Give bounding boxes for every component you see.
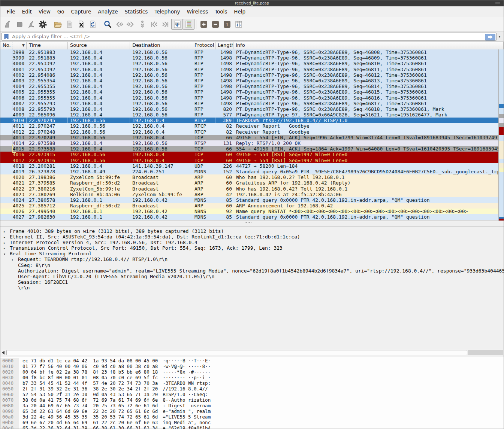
menu-capture[interactable]: Capture <box>68 7 95 16</box>
hex-row[interactable]: 0040b7 33 54 45 41 52 44 4f 57 4e 20 72 … <box>0 380 504 386</box>
packet-row-4005[interactable]: 400522.955355192.168.0.4192.168.0.56RTP1… <box>0 89 498 95</box>
packet-row-4012[interactable]: 401222.970248192.168.0.56192.168.0.4RTCP… <box>0 129 498 135</box>
restart-capture-icon[interactable] <box>25 19 37 30</box>
packet-row-4022[interactable]: 402227.380216ZyxelCom_5b:99:feBroadcastA… <box>0 186 498 192</box>
scrollbar-thumb[interactable] <box>6 350 467 355</box>
menu-help[interactable]: Help <box>230 7 249 16</box>
find-packet-icon[interactable] <box>102 19 113 30</box>
detail-line[interactable]: ▸Request: TEARDOWN rtsp://192.168.0.4// … <box>0 256 504 262</box>
packet-row-4019[interactable]: 401926.323878192.168.0.49224.0.0.251MDNS… <box>0 169 498 174</box>
packet-row-4023[interactable]: 402327.380269BelkinIn_8b:4a:06ZyxelCom_5… <box>0 192 498 197</box>
menu-telephony[interactable]: Telephony <box>151 7 183 16</box>
column-header-source[interactable]: Source <box>68 42 130 49</box>
hex-row[interactable]: 00a03d 22 4c 49 56 45 35 35 35 20 53 74 … <box>0 414 504 420</box>
packet-row-4021[interactable]: 402127.379585Raspberr_df:50:d2BroadcastA… <box>0 180 498 186</box>
detail-line[interactable]: Authorization: Digest username="admin", … <box>0 268 504 274</box>
packet-row-4003[interactable]: 400322.955354192.168.0.4192.168.0.56RTP1… <box>0 78 498 83</box>
column-header-info[interactable]: Info <box>233 42 504 49</box>
go-last-packet-icon[interactable] <box>160 19 171 30</box>
packet-row-4025[interactable]: 402527.385712Raspberr_df:50:d2BroadcastA… <box>0 203 498 209</box>
menu-view[interactable]: View <box>35 7 54 16</box>
packet-row-4009[interactable]: 400922.965096192.168.0.4192.168.0.56RTP5… <box>0 112 498 118</box>
detail-line[interactable]: ▸Frame 4010: 389 bytes on wire (3112 bit… <box>0 228 504 234</box>
detail-line[interactable]: Session: 16F28EC1 <box>0 279 504 285</box>
hex-row[interactable]: 002000 04 bf fe 02 2a 38 78 8f 23 f8 b5 … <box>0 369 504 375</box>
open-file-icon[interactable] <box>52 19 63 30</box>
packet-row-4000[interactable]: 400022.953392192.168.0.4192.168.0.56RTP1… <box>0 61 498 66</box>
close-file-icon[interactable] <box>75 19 87 30</box>
filter-dropdown-caret[interactable]: ▾ <box>497 34 503 39</box>
apply-filter-button[interactable] <box>485 34 495 40</box>
chevron-right-icon[interactable]: ▸ <box>3 229 10 234</box>
packet-row-4016[interactable]: 401622.973915192.168.0.56192.168.0.4TCP6… <box>0 152 498 157</box>
resize-columns-icon[interactable] <box>233 19 244 30</box>
packet-row-4011[interactable]: 401122.970247192.168.0.56192.168.0.4RTCP… <box>0 123 498 129</box>
packet-row-4026[interactable]: 402627.499540192.168.0.1192.168.0.42NBNS… <box>0 209 498 214</box>
chevron-down-icon[interactable]: ▾ <box>3 251 10 256</box>
hex-row[interactable]: 0000ec 71 db d1 1c ca 04 42 1a 93 54 da … <box>0 358 504 363</box>
packet-row-4002[interactable]: 400222.954086192.168.0.4192.168.0.56RTP1… <box>0 72 498 78</box>
column-header-protocol[interactable]: Protocol <box>192 42 215 49</box>
hex-row[interactable]: 007038 0d 0a 41 75 74 68 6f 72 69 7a 61 … <box>0 397 504 403</box>
packet-row-4013[interactable]: 401322.970249192.168.0.56192.168.0.4TCP6… <box>0 135 498 140</box>
detail-line[interactable]: User-Agent: LibVLC/3.0.20 (LIVE555 Strea… <box>0 274 504 279</box>
packet-list-minimap[interactable] <box>498 49 504 220</box>
packet-row-4018[interactable]: 401823.200281192.168.0.4141.148.39.147UD… <box>0 163 498 169</box>
packet-row-4015[interactable]: 401522.973588192.168.0.4192.168.0.56TCP6… <box>0 146 498 152</box>
packet-row-4027[interactable]: 402727.982630192.168.0.1192.168.0.42MDNS… <box>0 214 498 220</box>
menu-tools[interactable]: Tools <box>211 7 230 16</box>
menu-edit[interactable]: Edit <box>19 7 35 16</box>
hex-row[interactable]: 00c065 3d 22 36 32 64 31 39 66 38 61 30 … <box>0 425 504 429</box>
detail-line[interactable]: ▸Internet Protocol Version 4, Src: 192.1… <box>0 240 504 245</box>
hex-row[interactable]: 00b069 6e 67 20 4d 65 64 69 61 22 2c 20 … <box>0 420 504 425</box>
save-file-icon[interactable] <box>63 19 75 30</box>
packet-row-4017[interactable]: 401722.973916192.168.0.56192.168.0.4TCP6… <box>0 158 498 163</box>
packet-row-4006[interactable]: 400622.955355192.168.0.4192.168.0.56RTP1… <box>0 95 498 101</box>
zoom-100-icon[interactable]: 1 <box>221 19 233 30</box>
reload-file-icon[interactable] <box>87 19 98 30</box>
chevron-right-icon[interactable]: ▸ <box>12 257 18 262</box>
stop-capture-icon[interactable] <box>13 19 25 30</box>
chevron-right-icon[interactable]: ▸ <box>3 240 10 245</box>
go-to-packet-icon[interactable] <box>136 19 148 30</box>
detail-line[interactable]: \r\n <box>0 285 504 290</box>
colorize-toggle-icon[interactable] <box>183 19 194 30</box>
column-header-time[interactable]: Time <box>27 42 68 49</box>
go-back-icon[interactable] <box>113 19 125 30</box>
hex-row[interactable]: 00502f 2f 31 39 32 2e 31 36 38 2e 30 2e … <box>0 386 504 392</box>
chevron-right-icon[interactable]: ▸ <box>3 246 10 251</box>
packet-row-4010[interactable]: 401022.970245192.168.0.56192.168.0.4RTSP… <box>0 118 498 123</box>
detail-line[interactable]: CSeq: 8\r\n <box>0 262 504 268</box>
column-header-length[interactable]: Length <box>215 42 233 49</box>
menu-file[interactable]: File <box>3 7 19 16</box>
packet-row-4004[interactable]: 400422.955355192.168.0.4192.168.0.56RTP1… <box>0 83 498 89</box>
hex-row[interactable]: 003000 f8 bc 8f 00 00 01 01 08 0a 70 c0 … <box>0 375 504 380</box>
scroll-left-arrow-icon[interactable] <box>2 351 4 355</box>
detail-line[interactable]: ▸Transmission Control Protocol, Src Port… <box>0 245 504 251</box>
packet-row-4001[interactable]: 400122.953392192.168.0.4192.168.0.56RTP1… <box>0 67 498 72</box>
detail-line[interactable]: ▾Real Time Streaming Protocol <box>0 251 504 256</box>
minimize-button[interactable] <box>495 3 500 3</box>
scrollbar-track[interactable] <box>468 350 503 355</box>
chevron-right-icon[interactable]: ▸ <box>3 234 10 240</box>
go-first-packet-icon[interactable] <box>148 19 160 30</box>
go-forward-icon[interactable] <box>125 19 136 30</box>
zoom-in-icon[interactable] <box>198 19 209 30</box>
column-header-no[interactable]: No.▼ <box>0 42 27 49</box>
menu-go[interactable]: Go <box>54 7 68 16</box>
zoom-out-icon[interactable] <box>209 19 221 30</box>
hex-row[interactable]: 001001 77 f7 56 40 00 40 06 c0 9d c0 a8 … <box>0 363 504 369</box>
hex-row[interactable]: 009065 3d 22 61 64 6d 69 6e 22 2c 20 72 … <box>0 408 504 414</box>
packet-row-4008[interactable]: 400822.955793192.168.0.4192.168.0.56RTP8… <box>0 106 498 112</box>
packet-row-4014[interactable]: 401422.973588192.168.0.4192.168.0.56RTSP… <box>0 140 498 146</box>
start-capture-icon[interactable] <box>2 19 13 30</box>
detail-line[interactable]: ▸Ethernet II, Src: ASUSTekC_93:54:da (04… <box>0 234 504 240</box>
packet-row-4020[interactable]: 402027.198386ZyxelCom_5b:99:feBroadcastA… <box>0 174 498 180</box>
column-header-destination[interactable]: Destination <box>130 42 192 49</box>
auto-scroll-toggle-icon[interactable] <box>171 19 183 30</box>
display-filter-input[interactable] <box>1 33 497 41</box>
menu-wireless[interactable]: Wireless <box>183 7 211 16</box>
hex-row[interactable]: 006052 54 53 50 2f 31 2e 30 0d 0a 43 53 … <box>0 392 504 397</box>
menu-statistics[interactable]: Statistics <box>121 7 151 16</box>
packet-row-3998[interactable]: 399822.951883192.168.0.4192.168.0.56RTP1… <box>0 49 498 55</box>
